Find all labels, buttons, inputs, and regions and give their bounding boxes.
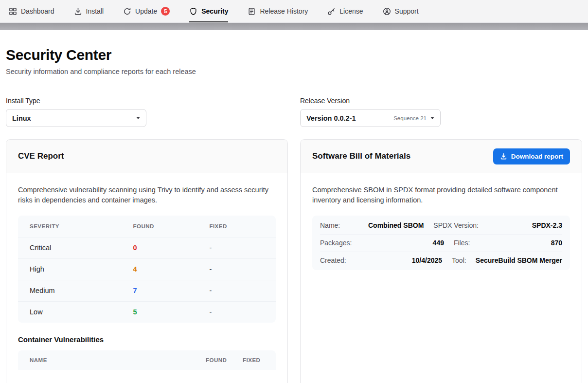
nav-tab-dashboard[interactable]: Dashboard — [9, 0, 54, 22]
sbom-field-label: Tool: — [452, 256, 466, 264]
install-type-select[interactable]: Linux — [6, 109, 146, 127]
install-type-value: Linux — [12, 114, 31, 122]
table-row-low: Low 5 - — [18, 301, 276, 323]
sbom-row: Packages: 449 Files: 870 — [320, 234, 562, 252]
install-type-label: Install Type — [6, 97, 288, 105]
fixed-count: - — [209, 265, 276, 273]
nav-label-update: Update — [135, 7, 157, 15]
release-version-field: Release Version Version 0.0.2-1 Sequence… — [300, 97, 582, 127]
cve-report-card: CVE Report Comprehensive vulnerability s… — [6, 139, 288, 383]
page-subtitle: Security information and compliance repo… — [6, 68, 582, 75]
install-type-field: Install Type Linux — [6, 97, 288, 127]
severity-label: Critical — [30, 244, 133, 252]
page-title: Security Center — [6, 47, 582, 63]
cve-card-body: Comprehensive vulnerability scanning usi… — [6, 173, 287, 382]
sbom-card-body: Comprehensive SBOM in SPDX format provid… — [301, 173, 582, 282]
sbom-field-label: Packages: — [320, 239, 352, 247]
nav-label-license: License — [339, 7, 363, 15]
found-count: 0 — [133, 244, 210, 252]
sbom-row: Created: 10/4/2025 Tool: SecureBuild SBO… — [320, 252, 562, 269]
sbom-field-value: SPDX-2.3 — [485, 221, 562, 229]
nav-tab-install[interactable]: Install — [74, 0, 104, 22]
window-divider-strip — [0, 23, 588, 30]
chevron-down-icon — [136, 117, 140, 119]
release-version-select[interactable]: Version 0.0.2-1 Sequence 21 — [300, 109, 441, 127]
download-report-label: Download report — [511, 153, 563, 160]
found-count: 5 — [133, 308, 210, 316]
sbom-description: Comprehensive SBOM in SPDX format provid… — [312, 185, 570, 206]
container-table-header: NAME FOUND FIXED — [18, 350, 276, 370]
nav-label-support: Support — [395, 7, 419, 15]
nav-label-release-history: Release History — [260, 7, 308, 15]
table-row-critical: Critical 0 - — [18, 237, 276, 258]
severity-table: SEVERITY FOUND FIXED Critical 0 - High 4… — [18, 216, 276, 323]
col-header-name: NAME — [30, 357, 206, 363]
download-icon — [74, 7, 82, 16]
table-row-medium: Medium 7 - — [18, 280, 276, 301]
sbom-card-header: Software Bill of Materials Download repo… — [301, 140, 582, 173]
sbom-field-label: Files: — [454, 239, 470, 247]
sbom-field-value: SecureBuild SBOM Merger — [473, 256, 562, 264]
nav-tab-license[interactable]: License — [327, 0, 363, 22]
col-header-found: FOUND — [133, 223, 210, 229]
fixed-count: - — [209, 244, 276, 252]
cve-card-title: CVE Report — [18, 151, 64, 161]
found-count: 7 — [133, 287, 210, 294]
severity-label: Medium — [30, 287, 133, 294]
found-count: 4 — [133, 265, 210, 273]
filters-row: Install Type Linux Release Version Versi… — [6, 97, 582, 127]
fixed-count: - — [209, 287, 276, 294]
table-row-high: High 4 - — [18, 258, 276, 280]
container-vulnerabilities-title: Container Vulnerabilities — [18, 335, 276, 344]
sbom-card-title: Software Bill of Materials — [312, 151, 410, 161]
update-count-badge: 5 — [161, 7, 170, 16]
nav-tab-release-history[interactable]: Release History — [248, 0, 308, 22]
top-navigation: Dashboard Install Update 5 Security Rele… — [0, 0, 588, 23]
security-center-page: Security Center Security information and… — [0, 30, 588, 383]
fixed-count: - — [209, 308, 276, 316]
nav-tab-update[interactable]: Update 5 — [123, 0, 170, 22]
cve-card-header: CVE Report — [6, 140, 287, 173]
sbom-field-label: Name: — [320, 221, 340, 229]
sbom-field-label: SPDX Version: — [433, 221, 479, 229]
shield-icon — [189, 7, 197, 16]
sbom-card: Software Bill of Materials Download repo… — [300, 139, 582, 383]
refresh-icon — [123, 7, 131, 16]
download-icon — [500, 153, 507, 160]
sbom-field-label: Created: — [320, 256, 346, 264]
sbom-info-grid: Name: Combined SBOM SPDX Version: SPDX-2… — [312, 216, 570, 270]
sbom-field-value: 870 — [477, 239, 562, 247]
release-version-label: Release Version — [300, 97, 582, 105]
sbom-field-value: 449 — [358, 239, 444, 247]
nav-label-install: Install — [86, 7, 104, 15]
report-cards: CVE Report Comprehensive vulnerability s… — [6, 139, 582, 383]
release-version-value: Version 0.0.2-1 — [306, 114, 356, 122]
nav-tab-security[interactable]: Security — [189, 0, 228, 22]
nav-label-dashboard: Dashboard — [21, 7, 54, 15]
col-header-found: FOUND — [206, 357, 243, 363]
sbom-field-value: 10/4/2025 — [353, 256, 442, 264]
document-icon — [248, 7, 256, 16]
col-header-fixed: FIXED — [243, 357, 270, 363]
severity-table-header: SEVERITY FOUND FIXED — [18, 216, 276, 237]
dashboard-grid-icon — [9, 7, 17, 16]
sbom-field-value: Combined SBOM — [347, 221, 424, 229]
severity-label: High — [30, 265, 133, 273]
severity-label: Low — [30, 308, 133, 316]
nav-tab-support[interactable]: Support — [383, 0, 419, 22]
sbom-row: Name: Combined SBOM SPDX Version: SPDX-2… — [320, 217, 562, 234]
chevron-down-icon — [430, 117, 434, 119]
download-report-button[interactable]: Download report — [493, 148, 570, 164]
cve-description: Comprehensive vulnerability scanning usi… — [18, 185, 276, 206]
key-icon — [327, 7, 336, 16]
col-header-fixed: FIXED — [209, 223, 276, 229]
col-header-severity: SEVERITY — [30, 223, 133, 229]
nav-label-security: Security — [201, 7, 228, 15]
support-person-icon — [383, 7, 391, 16]
release-sequence-hint: Sequence 21 — [393, 115, 427, 121]
